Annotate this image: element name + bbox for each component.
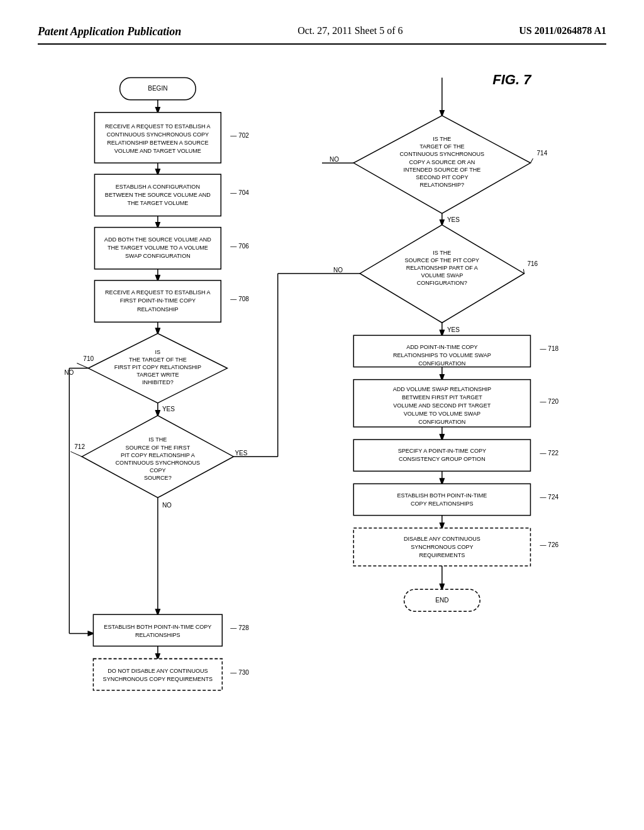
- page-header: Patent Application Publication Oct. 27, …: [38, 25, 606, 45]
- label-no-712: NO: [162, 502, 172, 509]
- d714-text-3: CONTINUOUS SYNCHRONOUS: [400, 151, 484, 157]
- ref-718: — 718: [540, 345, 559, 352]
- d710-text-5: INHIBITED?: [142, 379, 174, 385]
- box-722-text-2: CONSISTENCY GROUP OPTION: [399, 456, 486, 462]
- ref-726: — 726: [540, 541, 559, 548]
- box-704-text-3: THE TARGET VOLUME: [127, 200, 188, 206]
- ref-702: — 702: [230, 132, 249, 139]
- begin-text: BEGIN: [148, 85, 167, 92]
- d714-text-7: RELATIONSHIP?: [420, 182, 465, 188]
- box-708-text-3: RELATIONSHIP: [137, 306, 179, 313]
- box-720-text-1: ADD VOLUME SWAP RELATIONSHIP: [393, 386, 491, 392]
- box-704-text-1: ESTABLISH A CONFIGURATION: [116, 184, 200, 190]
- box-730: [93, 659, 222, 690]
- box-728: [93, 614, 222, 646]
- box-704-text-2: BETWEEN THE SOURCE VOLUME AND: [105, 192, 211, 198]
- box-708-text-2: FIRST POINT-IN-TIME COPY: [120, 297, 196, 304]
- box-730-text-1: DO NOT DISABLE ANY CONTINUOUS: [108, 668, 208, 674]
- box-720-text-5: CONFIGURATION: [418, 419, 465, 425]
- d716-text-2: SOURCE OF THE PIT COPY: [405, 257, 480, 263]
- ref-line-712: [70, 451, 82, 456]
- ref-714: 714: [537, 150, 548, 157]
- label-yes-710: YES: [162, 406, 175, 412]
- ref-704: — 704: [230, 189, 249, 196]
- d716-text-5: CONFIGURATION?: [417, 280, 467, 286]
- d716-text-4: VOLUME SWAP: [421, 272, 463, 279]
- box-718-text-3: CONFIGURATION: [418, 360, 465, 367]
- box-718-text-1: ADD POINT-IN-TIME COPY: [406, 344, 477, 350]
- label-yes-716: YES: [447, 326, 460, 333]
- box-718-text-2: RELATIONSHIPS TO VOLUME SWAP: [393, 352, 491, 358]
- box-724: [353, 484, 530, 515]
- d712-text-6: SOURCE?: [144, 475, 172, 481]
- d710-text-1: IS: [155, 349, 161, 355]
- ref-730: — 730: [230, 669, 249, 676]
- box-724-text-1: ESTABLISH BOTH POINT-IN-TIME: [397, 492, 487, 499]
- d716-text-1: IS THE: [433, 250, 451, 256]
- d714-text-1: IS THE: [433, 136, 451, 142]
- box-706-text-3: SWAP CONFIGURATION: [125, 253, 191, 259]
- ref-706: — 706: [230, 243, 249, 250]
- d714-text-6: SECOND PIT COPY: [416, 174, 468, 180]
- d714-text-5: INTENDED SOURCE OF THE: [403, 167, 480, 173]
- patent-number-label: US 2011/0264878 A1: [519, 25, 606, 36]
- box-708-text-1: RECEIVE A REQUEST TO ESTABLISH A: [105, 289, 210, 296]
- box-706-text-2: THE TARGET VOLUME TO A VOLUME: [108, 245, 208, 251]
- ref-708: — 708: [230, 296, 249, 302]
- end-text: END: [435, 597, 448, 604]
- d712-text-3: PIT COPY RELATIONSHIP A: [121, 452, 195, 458]
- box-730-text-2: SYNCHRONOUS COPY REQUIREMENTS: [103, 676, 213, 682]
- flowchart-area: FIG. 7 BEGIN RECEIVE A REQUEST TO ESTABL…: [38, 64, 606, 793]
- ref-line-714: [530, 158, 533, 163]
- d714-text-2: TARGET OF THE: [419, 143, 464, 150]
- label-no-714: NO: [330, 156, 339, 163]
- box-720-text-4: VOLUME TO VOLUME SWAP: [404, 411, 480, 417]
- ref-728: — 728: [230, 624, 249, 631]
- ref-712: 712: [74, 443, 85, 450]
- box-702-text-4: VOLUME AND TARGET VOLUME: [114, 148, 201, 154]
- flowchart-svg: FIG. 7 BEGIN RECEIVE A REQUEST TO ESTABL…: [38, 64, 606, 793]
- page: Patent Application Publication Oct. 27, …: [0, 0, 644, 830]
- box-728-text-2: RELATIONSHIPS: [135, 632, 180, 638]
- d714-text-4: COPY A SOURCE OR AN: [409, 159, 475, 165]
- ref-line-710: [77, 363, 88, 368]
- label-no-716: NO: [333, 267, 343, 274]
- d712-text-4: CONTINUOUS SYNCHRONOUS: [116, 460, 200, 466]
- label-yes-712: YES: [235, 450, 247, 456]
- ref-724: — 724: [540, 494, 559, 501]
- d710-text-4: TARGET WRITE: [136, 372, 179, 378]
- box-702-text-3: RELATIONSHIP BETWEEN A SOURCE: [107, 140, 208, 146]
- publication-label: Patent Application Publication: [38, 25, 181, 38]
- box-702-text-1: RECEIVE A REQUEST TO ESTABLISH A: [105, 123, 210, 130]
- box-728-text-1: ESTABLISH BOTH POINT-IN-TIME COPY: [104, 624, 211, 630]
- ref-716: 716: [527, 260, 538, 267]
- d712-text-2: SOURCE OF THE FIRST: [125, 445, 190, 451]
- ref-720: — 720: [540, 398, 559, 405]
- box-720-text-3: VOLUME AND SECOND PIT TARGET: [393, 402, 491, 409]
- d710-text-2: THE TARGET OF THE: [129, 357, 187, 363]
- box-726-text-2: SYNCHRONOUS COPY: [411, 544, 473, 550]
- box-726-text-1: DISABLE ANY CONTINUOUS: [404, 536, 480, 542]
- ref-722: — 722: [540, 450, 559, 456]
- d710-text-3: FIRST PIT COPY RELATIONSHIP: [114, 364, 201, 370]
- label-yes-714: YES: [447, 216, 460, 223]
- box-724-text-2: COPY RELATIONSHIPS: [411, 501, 474, 507]
- ref-710: 710: [83, 355, 94, 362]
- box-720-text-2: BETWEEN FIRST PIT TARGET: [402, 394, 482, 401]
- d712-text-1: IS THE: [148, 436, 167, 443]
- date-sheet-label: Oct. 27, 2011 Sheet 5 of 6: [297, 25, 402, 36]
- box-726-text-3: REQUIREMENTS: [419, 552, 465, 558]
- box-722-text-1: SPECIFY A POINT-IN-TIME COPY: [398, 448, 486, 454]
- box-706-text-1: ADD BOTH THE SOURCE VOLUME AND: [104, 236, 211, 243]
- fig-label: FIG. 7: [492, 72, 532, 87]
- d712-text-5: COPY: [150, 467, 166, 473]
- d716-text-3: RELATIONSHIP PART OF A: [406, 265, 478, 271]
- box-702-text-2: CONTINUOUS SYNCHRONOUS COPY: [107, 131, 209, 138]
